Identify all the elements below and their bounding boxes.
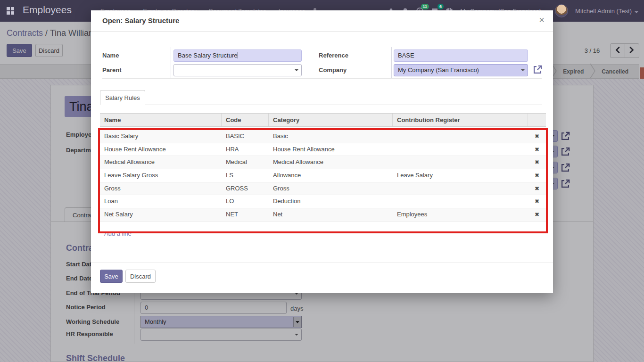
salary-rules-rows: Basic SalaryBASICBasic✖House Rent Allowa… <box>100 130 546 222</box>
salary-rules-table-header: Name Code Category Contribution Register <box>100 113 546 127</box>
parent-select[interactable] <box>173 64 302 76</box>
group-divider <box>391 47 392 78</box>
table-cell: HRA <box>222 143 269 156</box>
column-header-category[interactable]: Category <box>269 114 393 126</box>
table-cell: Gross <box>100 182 222 195</box>
user-avatar[interactable] <box>555 4 568 17</box>
reference-input[interactable]: BASE <box>394 49 528 62</box>
table-cell: Deduction <box>269 195 393 208</box>
table-cell: Leave Salary <box>393 169 528 182</box>
table-cell <box>393 156 528 169</box>
table-cell: Loan <box>100 195 222 208</box>
modal-footer-divider <box>91 263 553 263</box>
table-cell: Basic Salary <box>100 130 222 143</box>
table-cell: House Rent Allowance <box>100 143 222 156</box>
reference-value: BASE <box>398 52 414 59</box>
delete-row-icon[interactable]: ✖ <box>528 208 546 221</box>
user-menu[interactable]: Mitchell Admin (Test) <box>575 8 638 15</box>
name-value: Base Salary Structure <box>178 52 237 59</box>
column-header-actions <box>528 114 546 126</box>
table-cell: LO <box>222 195 269 208</box>
delete-row-icon[interactable]: ✖ <box>528 156 546 169</box>
close-icon[interactable]: × <box>539 15 545 25</box>
text-cursor <box>238 52 238 58</box>
activities-badge: 11 <box>421 4 429 9</box>
table-cell <box>393 195 528 208</box>
table-cell: Net Salary <box>100 208 222 221</box>
company-label: Company <box>319 66 347 74</box>
caret-down-icon <box>295 69 298 71</box>
table-cell: Allowance <box>269 169 393 182</box>
table-cell: GROSS <box>222 182 269 195</box>
delete-row-icon[interactable]: ✖ <box>528 143 546 156</box>
table-cell <box>393 130 528 143</box>
reference-label: Reference <box>319 52 348 59</box>
messages-badge: 6 <box>438 4 444 9</box>
name-label: Name <box>102 52 119 59</box>
table-row[interactable]: Basic SalaryBASICBasic✖ <box>100 130 546 143</box>
group-bottom-line <box>102 78 542 79</box>
table-row[interactable]: GrossGROSSGross✖ <box>100 182 546 196</box>
table-cell: NET <box>222 208 269 221</box>
external-link-icon[interactable] <box>532 64 543 75</box>
table-cell <box>393 182 528 195</box>
caret-down-icon <box>521 69 525 71</box>
table-cell: Leave Salary Gross <box>100 169 222 182</box>
table-cell: House Rent Allowance <box>269 143 393 156</box>
caret-down-icon <box>635 11 638 13</box>
table-cell: Basic <box>269 130 393 143</box>
table-cell: Medical Allowance <box>100 156 222 169</box>
table-row[interactable]: LoanLODeduction✖ <box>100 195 546 208</box>
tab-salary-rules[interactable]: Salary Rules <box>100 90 145 105</box>
name-input[interactable]: Base Salary Structure <box>173 49 302 62</box>
app-title[interactable]: Employees <box>23 4 72 16</box>
table-cell <box>393 143 528 156</box>
table-cell: Medical Allowance <box>269 156 393 169</box>
column-header-name[interactable]: Name <box>100 114 222 126</box>
user-name: Mitchell Admin (Test) <box>575 8 632 15</box>
table-cell: Medical <box>222 156 269 169</box>
company-select[interactable]: My Company (San Francisco) <box>394 64 528 76</box>
screen: Contracts / Tina Williams Save Discard 3… <box>0 0 644 362</box>
modal-save-button[interactable]: Save <box>100 270 123 283</box>
delete-row-icon[interactable]: ✖ <box>528 182 546 195</box>
column-header-code[interactable]: Code <box>222 114 269 126</box>
table-row[interactable]: Leave Salary GrossLSAllowanceLeave Salar… <box>100 169 546 182</box>
table-cell: Employees <box>393 208 528 221</box>
delete-row-icon[interactable]: ✖ <box>528 195 546 208</box>
delete-row-icon[interactable]: ✖ <box>528 169 546 182</box>
salary-structure-modal: Open: Salary Structure × Name Base Salar… <box>91 10 553 293</box>
tab-bar-line <box>100 105 542 105</box>
table-cell: BASIC <box>222 130 269 143</box>
table-row[interactable]: Medical AllowanceMedicalMedical Allowanc… <box>100 156 546 169</box>
company-value: My Company (San Francisco) <box>398 66 479 74</box>
parent-label: Parent <box>102 66 121 74</box>
delete-row-icon[interactable]: ✖ <box>528 130 546 143</box>
add-a-line-link[interactable]: Add a line <box>104 230 132 237</box>
modal-title: Open: Salary Structure <box>102 16 179 25</box>
table-cell: Gross <box>269 182 393 195</box>
apps-menu-icon[interactable] <box>7 7 14 15</box>
table-row[interactable]: Net SalaryNETNetEmployees✖ <box>100 208 546 222</box>
table-row[interactable]: House Rent AllowanceHRAHouse Rent Allowa… <box>100 143 546 156</box>
column-header-contribution-register[interactable]: Contribution Register <box>393 114 528 126</box>
modal-header-divider <box>91 31 553 32</box>
table-cell: Net <box>269 208 393 221</box>
modal-discard-button[interactable]: Discard <box>125 270 156 283</box>
group-divider <box>171 47 171 78</box>
table-cell: LS <box>222 169 269 182</box>
